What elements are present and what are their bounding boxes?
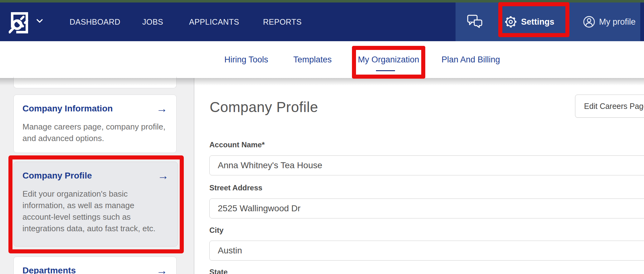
sidebar-card-departments[interactable]: Departments → bbox=[13, 257, 177, 274]
account-name-label: Account Name* bbox=[209, 140, 265, 149]
card-title: Departments bbox=[22, 266, 76, 274]
street-address-input[interactable] bbox=[209, 198, 644, 218]
card-description: Edit your organization's basic informati… bbox=[22, 188, 167, 234]
account-name-input[interactable] bbox=[209, 155, 644, 175]
nav-item-applicants[interactable]: APPLICANTS bbox=[189, 2, 239, 41]
nav-item-dashboard[interactable]: DASHBOARD bbox=[70, 2, 120, 41]
card-description: Manage careers page, company profile, an… bbox=[22, 121, 167, 144]
card-title: Company Profile bbox=[22, 171, 92, 181]
top-navigation-bar: DASHBOARD JOBS APPLICANTS REPORTS Settin… bbox=[0, 2, 644, 41]
sidebar-divider bbox=[194, 78, 194, 274]
settings-subnav: Hiring Tools Templates My Organization P… bbox=[0, 41, 644, 78]
gear-icon bbox=[505, 16, 517, 28]
chat-button[interactable] bbox=[467, 14, 484, 29]
active-tab-underline bbox=[376, 70, 395, 71]
arrow-right-icon: → bbox=[156, 104, 168, 113]
city-label: City bbox=[209, 226, 223, 235]
sidebar-card-partial[interactable] bbox=[13, 77, 177, 88]
nav-item-jobs[interactable]: JOBS bbox=[142, 2, 163, 41]
settings-label: Settings bbox=[521, 17, 554, 27]
sidebar-card-company-profile[interactable]: Company Profile → Edit your organization… bbox=[13, 162, 178, 247]
arrow-right-icon: → bbox=[156, 266, 168, 274]
plug-logo-icon bbox=[9, 11, 29, 35]
chevron-down-icon bbox=[37, 19, 43, 23]
city-input[interactable] bbox=[209, 241, 644, 261]
tab-my-organization[interactable]: My Organization bbox=[358, 41, 419, 78]
topnav-edge-divider bbox=[640, 2, 644, 41]
arrow-right-icon: → bbox=[158, 171, 169, 180]
chat-bubbles-icon bbox=[467, 14, 484, 29]
my-profile-button[interactable]: My profile bbox=[583, 2, 636, 41]
app-screen: DASHBOARD JOBS APPLICANTS REPORTS Settin… bbox=[0, 0, 644, 274]
state-label: State bbox=[209, 268, 228, 274]
person-circle-icon bbox=[583, 16, 595, 28]
tab-templates[interactable]: Templates bbox=[293, 41, 332, 78]
card-title: Company Information bbox=[22, 104, 113, 114]
edit-careers-page-button[interactable]: Edit Careers Page bbox=[575, 95, 644, 118]
sidebar-card-company-information[interactable]: Company Information → Manage careers pag… bbox=[13, 95, 177, 153]
settings-button[interactable]: Settings bbox=[505, 2, 554, 41]
page-title: Company Profile bbox=[210, 99, 318, 115]
my-profile-label: My profile bbox=[599, 17, 636, 27]
app-logo[interactable] bbox=[9, 11, 48, 35]
browser-top-strip bbox=[0, 0, 644, 2]
nav-item-reports[interactable]: REPORTS bbox=[263, 2, 302, 41]
street-address-label: Street Address bbox=[209, 183, 262, 192]
tab-plan-and-billing[interactable]: Plan And Billing bbox=[442, 41, 500, 78]
tab-hiring-tools[interactable]: Hiring Tools bbox=[224, 41, 268, 78]
